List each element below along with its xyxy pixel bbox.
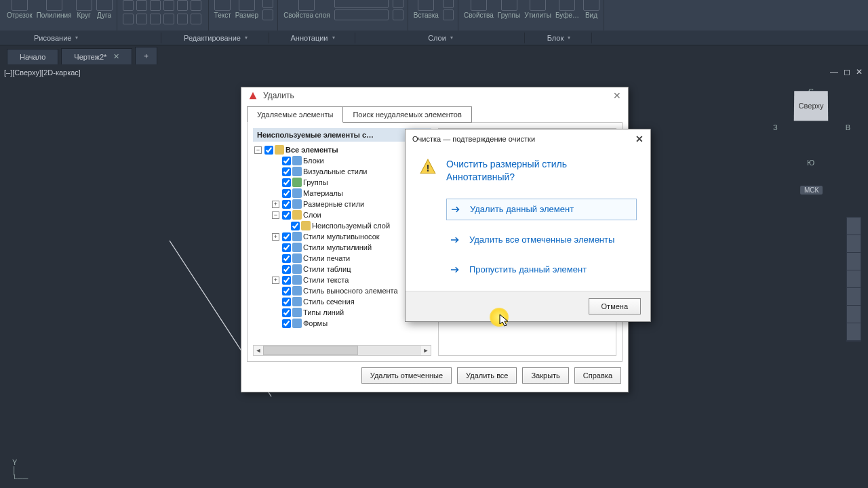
nav-button[interactable] bbox=[847, 323, 861, 341]
horizontal-scrollbar[interactable]: ◄ ► bbox=[253, 345, 431, 356]
category-icon bbox=[292, 253, 302, 263]
edit-tool[interactable] bbox=[177, 14, 188, 24]
minimize-icon[interactable]: — bbox=[830, 67, 838, 77]
purge-checked-button[interactable]: Удалить отмеченные bbox=[361, 367, 452, 384]
edit-tool[interactable] bbox=[177, 0, 188, 11]
nav-button[interactable] bbox=[847, 288, 861, 306]
action-skip[interactable]: Пропустить данный элемент bbox=[446, 260, 637, 280]
expand-icon[interactable]: + bbox=[272, 277, 279, 284]
nav-button[interactable] bbox=[847, 235, 861, 253]
edit-tool[interactable] bbox=[191, 14, 201, 24]
tool-text[interactable]: Текст bbox=[214, 0, 231, 19]
action-purge-this[interactable]: Удалить данный элемент bbox=[446, 199, 637, 220]
tab-nonpurgeable[interactable]: Поиск неудаляемых элементов bbox=[343, 106, 471, 123]
close-icon[interactable]: ✕ bbox=[856, 67, 863, 77]
tree-checkbox[interactable] bbox=[282, 167, 291, 176]
action-purge-all[interactable]: Удалить все отмеченные элементы bbox=[446, 230, 637, 250]
tree-checkbox[interactable] bbox=[282, 265, 291, 274]
purge-all-button[interactable]: Удалить все bbox=[457, 367, 517, 384]
nav-button[interactable] bbox=[847, 306, 861, 323]
ribbon-categories: Рисование▾ Редактирование▾ Аннотации▾ Сл… bbox=[0, 30, 868, 45]
confirm-title: Очистка — подтверждение очистки ✕ bbox=[406, 129, 650, 148]
tree-checkbox[interactable] bbox=[291, 222, 300, 230]
cat-edit[interactable]: Редактирование▾ bbox=[163, 33, 269, 43]
tree-checkbox[interactable] bbox=[282, 254, 291, 263]
tool-dimension[interactable]: Размер bbox=[235, 0, 258, 19]
tab-purgeable[interactable]: Удаляемые элементы bbox=[247, 106, 343, 123]
tree-checkbox[interactable] bbox=[282, 200, 291, 209]
tool-arc[interactable]: Дуга bbox=[96, 0, 113, 19]
edit-tool[interactable] bbox=[123, 14, 134, 24]
tree-checkbox[interactable] bbox=[282, 298, 291, 306]
edit-tool[interactable] bbox=[150, 0, 161, 11]
doc-tab-drawing[interactable]: Чертеж2*✕ bbox=[61, 48, 132, 64]
tool-layerprops[interactable]: Свойства слоя bbox=[283, 0, 330, 19]
tool-circle[interactable]: Круг bbox=[76, 0, 92, 19]
scroll-left-icon[interactable]: ◄ bbox=[254, 347, 263, 354]
anno-tool[interactable] bbox=[262, 0, 273, 8]
tree-checkbox[interactable] bbox=[282, 319, 291, 328]
layer-tool[interactable] bbox=[393, 0, 403, 8]
close-button[interactable]: Закрыть bbox=[522, 367, 568, 384]
category-icon bbox=[292, 319, 302, 328]
nav-button[interactable] bbox=[847, 218, 861, 235]
tree-checkbox[interactable] bbox=[282, 189, 291, 198]
tree-checkbox[interactable] bbox=[282, 287, 291, 296]
category-icon bbox=[292, 188, 302, 198]
layer-tool[interactable] bbox=[334, 9, 389, 20]
panel-utils[interactable]: Утилиты bbox=[524, 0, 551, 19]
panel-props[interactable]: Свойства bbox=[464, 0, 494, 19]
block-tool[interactable] bbox=[443, 9, 454, 20]
tool-line[interactable]: Отрезок bbox=[7, 0, 33, 19]
anno-tool[interactable] bbox=[262, 9, 273, 20]
tree-checkbox[interactable] bbox=[282, 232, 291, 241]
maximize-icon[interactable]: ◻ bbox=[844, 67, 850, 77]
edit-tool[interactable] bbox=[163, 14, 174, 24]
confirm-dialog: Очистка — подтверждение очистки ✕ ! Очис… bbox=[405, 129, 651, 322]
viewport-label[interactable]: [–][Сверху][2D-каркас] bbox=[4, 68, 81, 77]
warning-icon: ! bbox=[419, 158, 437, 176]
doc-tab-start[interactable]: Начало bbox=[7, 49, 58, 64]
edit-tool[interactable] bbox=[163, 0, 174, 11]
panel-clipboard[interactable]: Буфе… bbox=[555, 0, 579, 19]
tree-checkbox[interactable] bbox=[282, 243, 291, 252]
help-button[interactable]: Справка bbox=[574, 367, 621, 384]
confirm-close-icon[interactable]: ✕ bbox=[635, 134, 644, 144]
tree-checkbox[interactable] bbox=[282, 308, 291, 317]
edit-tool[interactable] bbox=[136, 0, 147, 11]
close-icon[interactable]: ✕ bbox=[113, 52, 119, 61]
edit-tool[interactable] bbox=[191, 0, 201, 11]
svg-text:!: ! bbox=[426, 162, 429, 174]
edit-tool[interactable] bbox=[123, 0, 134, 11]
tree-checkbox[interactable] bbox=[282, 157, 291, 165]
layer-tool[interactable] bbox=[334, 0, 389, 8]
tool-polyline[interactable]: Полилиния bbox=[37, 0, 72, 19]
cat-block[interactable]: Блок▾ bbox=[526, 33, 592, 43]
panel-view[interactable]: Вид bbox=[583, 0, 599, 19]
cancel-button[interactable]: Отмена bbox=[589, 298, 641, 314]
expand-icon[interactable]: + bbox=[272, 233, 279, 241]
cat-draw[interactable]: Рисование▾ bbox=[1, 33, 161, 43]
cat-anno[interactable]: Аннотации▾ bbox=[271, 33, 355, 43]
panel-groups[interactable]: Группы bbox=[498, 0, 520, 19]
scroll-right-icon[interactable]: ► bbox=[421, 347, 431, 354]
tree-checkbox[interactable] bbox=[282, 276, 291, 285]
layer-tool[interactable] bbox=[393, 9, 403, 20]
block-tool[interactable] bbox=[443, 0, 454, 8]
expand-icon[interactable]: − bbox=[254, 146, 262, 154]
doc-tab-new[interactable]: ＋ bbox=[135, 47, 157, 64]
navigation-bar bbox=[846, 217, 861, 342]
nav-button[interactable] bbox=[847, 253, 861, 270]
edit-tool[interactable] bbox=[150, 14, 161, 24]
edit-tool[interactable] bbox=[136, 14, 147, 24]
expand-icon[interactable]: + bbox=[272, 201, 279, 208]
tree-checkbox[interactable] bbox=[282, 178, 291, 187]
tool-insert[interactable]: Вставка bbox=[414, 0, 439, 19]
tree-checkbox[interactable] bbox=[282, 211, 291, 220]
expand-icon[interactable]: − bbox=[272, 211, 279, 219]
dialog-close-icon[interactable]: ✕ bbox=[613, 90, 621, 101]
tree-checkbox[interactable] bbox=[264, 146, 273, 155]
nav-button[interactable] bbox=[847, 270, 861, 288]
category-icon bbox=[292, 156, 302, 165]
cat-layers[interactable]: Слои▾ bbox=[357, 33, 525, 43]
